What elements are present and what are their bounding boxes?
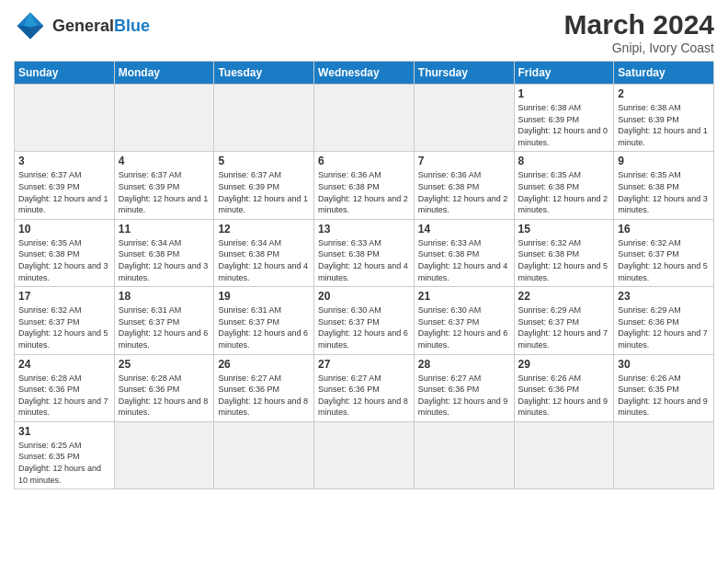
calendar-cell: 26Sunrise: 6:27 AM Sunset: 6:36 PM Dayli… — [214, 354, 314, 421]
calendar-cell — [614, 421, 714, 488]
week-row-2: 3Sunrise: 6:37 AM Sunset: 6:39 PM Daylig… — [15, 152, 714, 219]
day-header-thursday: Thursday — [414, 62, 514, 85]
calendar-cell: 7Sunrise: 6:36 AM Sunset: 6:38 PM Daylig… — [414, 152, 514, 219]
day-info: Sunrise: 6:36 AM Sunset: 6:38 PM Dayligh… — [318, 169, 410, 215]
day-info: Sunrise: 6:32 AM Sunset: 6:38 PM Dayligh… — [518, 237, 610, 283]
header: GeneralBlue March 2024 Gnipi, Ivory Coas… — [14, 9, 714, 55]
month-year: March 2024 — [564, 9, 714, 40]
logo: GeneralBlue — [14, 9, 150, 42]
day-number: 18 — [119, 290, 210, 303]
calendar-cell: 22Sunrise: 6:29 AM Sunset: 6:37 PM Dayli… — [514, 287, 614, 354]
day-info: Sunrise: 6:36 AM Sunset: 6:38 PM Dayligh… — [418, 169, 510, 215]
calendar-cell: 19Sunrise: 6:31 AM Sunset: 6:37 PM Dayli… — [214, 287, 314, 354]
calendar-cell: 5Sunrise: 6:37 AM Sunset: 6:39 PM Daylig… — [214, 152, 314, 219]
day-number: 7 — [418, 155, 510, 167]
day-info: Sunrise: 6:26 AM Sunset: 6:35 PM Dayligh… — [618, 373, 710, 419]
day-number: 5 — [218, 155, 310, 167]
day-info: Sunrise: 6:28 AM Sunset: 6:36 PM Dayligh… — [119, 373, 210, 419]
day-number: 1 — [518, 87, 610, 100]
calendar-cell — [414, 421, 514, 488]
calendar-cell: 25Sunrise: 6:28 AM Sunset: 6:36 PM Dayli… — [114, 354, 214, 421]
calendar-cell — [114, 85, 214, 152]
day-number: 23 — [618, 290, 710, 303]
day-info: Sunrise: 6:27 AM Sunset: 6:36 PM Dayligh… — [418, 373, 510, 419]
day-number: 14 — [418, 223, 510, 236]
day-number: 9 — [618, 155, 710, 167]
calendar-cell — [314, 85, 415, 152]
logo-general: GeneralBlue — [52, 17, 150, 34]
day-info: Sunrise: 6:38 AM Sunset: 6:39 PM Dayligh… — [618, 102, 710, 148]
week-row-1: 1Sunrise: 6:38 AM Sunset: 6:39 PM Daylig… — [15, 85, 714, 152]
day-number: 20 — [318, 290, 410, 303]
calendar-cell: 8Sunrise: 6:35 AM Sunset: 6:38 PM Daylig… — [514, 152, 614, 219]
calendar-cell: 18Sunrise: 6:31 AM Sunset: 6:37 PM Dayli… — [114, 287, 214, 354]
calendar-cell: 9Sunrise: 6:35 AM Sunset: 6:38 PM Daylig… — [614, 152, 714, 219]
day-info: Sunrise: 6:31 AM Sunset: 6:37 PM Dayligh… — [218, 304, 310, 350]
day-info: Sunrise: 6:33 AM Sunset: 6:38 PM Dayligh… — [318, 237, 410, 283]
day-info: Sunrise: 6:34 AM Sunset: 6:38 PM Dayligh… — [119, 237, 210, 283]
calendar-cell: 29Sunrise: 6:26 AM Sunset: 6:36 PM Dayli… — [514, 354, 614, 421]
days-header-row: SundayMondayTuesdayWednesdayThursdayFrid… — [15, 62, 714, 85]
calendar-cell: 27Sunrise: 6:27 AM Sunset: 6:36 PM Dayli… — [314, 354, 415, 421]
calendar-cell — [414, 85, 514, 152]
calendar-cell — [214, 421, 314, 488]
day-info: Sunrise: 6:32 AM Sunset: 6:37 PM Dayligh… — [618, 237, 710, 283]
day-number: 16 — [618, 223, 710, 236]
svg-marker-3 — [30, 26, 43, 39]
day-number: 29 — [518, 358, 610, 371]
day-info: Sunrise: 6:38 AM Sunset: 6:39 PM Dayligh… — [518, 102, 610, 148]
calendar-cell: 2Sunrise: 6:38 AM Sunset: 6:39 PM Daylig… — [614, 85, 714, 152]
week-row-5: 24Sunrise: 6:28 AM Sunset: 6:36 PM Dayli… — [15, 354, 714, 421]
calendar-cell: 4Sunrise: 6:37 AM Sunset: 6:39 PM Daylig… — [114, 152, 214, 219]
day-number: 6 — [318, 155, 410, 167]
day-info: Sunrise: 6:35 AM Sunset: 6:38 PM Dayligh… — [518, 169, 610, 215]
day-number: 17 — [18, 290, 110, 303]
day-info: Sunrise: 6:37 AM Sunset: 6:39 PM Dayligh… — [218, 169, 310, 215]
day-number: 13 — [318, 223, 410, 236]
day-info: Sunrise: 6:30 AM Sunset: 6:37 PM Dayligh… — [318, 304, 410, 350]
calendar-cell: 6Sunrise: 6:36 AM Sunset: 6:38 PM Daylig… — [314, 152, 415, 219]
day-header-wednesday: Wednesday — [314, 62, 415, 85]
logo-icon — [14, 9, 47, 42]
day-info: Sunrise: 6:31 AM Sunset: 6:37 PM Dayligh… — [119, 304, 210, 350]
location: Gnipi, Ivory Coast — [564, 40, 714, 55]
calendar-cell: 28Sunrise: 6:27 AM Sunset: 6:36 PM Dayli… — [414, 354, 514, 421]
calendar-cell — [15, 85, 115, 152]
calendar-cell: 20Sunrise: 6:30 AM Sunset: 6:37 PM Dayli… — [314, 287, 415, 354]
calendar-cell — [214, 85, 314, 152]
day-header-tuesday: Tuesday — [214, 62, 314, 85]
day-info: Sunrise: 6:28 AM Sunset: 6:36 PM Dayligh… — [18, 373, 110, 419]
calendar-table: SundayMondayTuesdayWednesdayThursdayFrid… — [14, 61, 714, 489]
day-info: Sunrise: 6:35 AM Sunset: 6:38 PM Dayligh… — [18, 237, 110, 283]
calendar-cell — [514, 421, 614, 488]
calendar-cell: 16Sunrise: 6:32 AM Sunset: 6:37 PM Dayli… — [614, 219, 714, 286]
day-info: Sunrise: 6:27 AM Sunset: 6:36 PM Dayligh… — [318, 373, 410, 419]
day-header-monday: Monday — [114, 62, 214, 85]
calendar-cell: 3Sunrise: 6:37 AM Sunset: 6:39 PM Daylig… — [15, 152, 115, 219]
day-number: 10 — [18, 223, 110, 236]
day-number: 11 — [119, 223, 210, 236]
calendar-cell: 12Sunrise: 6:34 AM Sunset: 6:38 PM Dayli… — [214, 219, 314, 286]
day-number: 28 — [418, 358, 510, 371]
calendar-cell: 24Sunrise: 6:28 AM Sunset: 6:36 PM Dayli… — [15, 354, 115, 421]
day-number: 24 — [18, 358, 110, 371]
day-info: Sunrise: 6:26 AM Sunset: 6:36 PM Dayligh… — [518, 373, 610, 419]
day-header-saturday: Saturday — [614, 62, 714, 85]
day-info: Sunrise: 6:29 AM Sunset: 6:36 PM Dayligh… — [618, 304, 710, 350]
title-block: March 2024 Gnipi, Ivory Coast — [564, 9, 714, 55]
day-number: 30 — [618, 358, 710, 371]
calendar-cell: 31Sunrise: 6:25 AM Sunset: 6:35 PM Dayli… — [15, 421, 115, 488]
calendar-cell — [114, 421, 214, 488]
day-number: 27 — [318, 358, 410, 371]
logo-text: GeneralBlue — [52, 17, 150, 34]
day-info: Sunrise: 6:34 AM Sunset: 6:38 PM Dayligh… — [218, 237, 310, 283]
day-info: Sunrise: 6:33 AM Sunset: 6:38 PM Dayligh… — [418, 237, 510, 283]
day-number: 12 — [218, 223, 310, 236]
day-info: Sunrise: 6:29 AM Sunset: 6:37 PM Dayligh… — [518, 304, 610, 350]
day-number: 15 — [518, 223, 610, 236]
calendar-cell: 11Sunrise: 6:34 AM Sunset: 6:38 PM Dayli… — [114, 219, 214, 286]
day-header-friday: Friday — [514, 62, 614, 85]
day-info: Sunrise: 6:30 AM Sunset: 6:37 PM Dayligh… — [418, 304, 510, 350]
calendar-cell: 1Sunrise: 6:38 AM Sunset: 6:39 PM Daylig… — [514, 85, 614, 152]
day-info: Sunrise: 6:27 AM Sunset: 6:36 PM Dayligh… — [218, 373, 310, 419]
